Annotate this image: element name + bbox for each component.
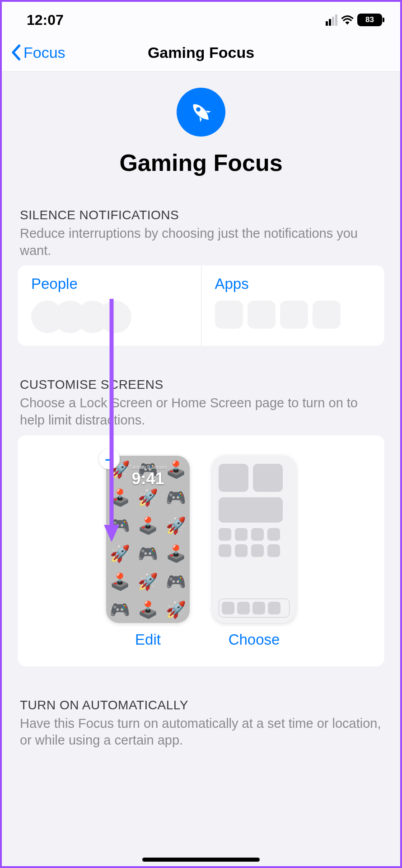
wifi-icon (341, 15, 354, 25)
hero-title: Gaming Focus (18, 149, 384, 176)
app-icon (252, 602, 265, 614)
rocket-emoji-icon: 🚀 (166, 600, 186, 619)
hero: Gaming Focus (18, 72, 384, 208)
lock-screen-column: – Tuesday 9 January 9:41 🚀🎮🕹️ 🕹️🚀🎮 🎮🕹️🚀 … (106, 456, 190, 648)
joystick-emoji-icon: 🕹️ (110, 488, 130, 507)
app-icon (268, 602, 280, 614)
back-button[interactable]: Focus (11, 44, 65, 61)
silence-desc: Reduce interruptions by choosing just th… (20, 225, 382, 259)
app-icon (267, 528, 280, 541)
controller-emoji-icon: 🎮 (110, 600, 130, 619)
chevron-left-icon (11, 44, 21, 61)
app-icon (219, 528, 231, 541)
home-screen-column: Choose (212, 456, 296, 648)
silence-label: SILENCE NOTIFICATIONS (20, 208, 382, 222)
customise-label: CUSTOMISE SCREENS (20, 377, 382, 392)
rocket-emoji-icon: 🚀 (110, 544, 130, 563)
auto-label: TURN ON AUTOMATICALLY (20, 698, 382, 712)
joystick-emoji-icon: 🕹️ (138, 516, 158, 535)
controller-emoji-icon: 🎮 (166, 572, 186, 591)
app-icon (237, 602, 250, 614)
app-icon-grid (219, 528, 290, 557)
app-icon (248, 301, 276, 329)
lock-time: 9:41 (106, 469, 190, 488)
status-bar: 12:07 83 (2, 2, 400, 33)
people-apps-card: People Apps (18, 265, 384, 346)
joystick-emoji-icon: 🕹️ (138, 600, 158, 619)
nav-bar: Focus Gaming Focus (2, 33, 400, 72)
widget-icon (219, 464, 248, 492)
app-icon (215, 301, 243, 329)
controller-emoji-icon: 🎮 (166, 488, 186, 507)
rocket-icon (177, 88, 225, 137)
silence-header: SILENCE NOTIFICATIONS Reduce interruptio… (18, 208, 384, 259)
rocket-emoji-icon: 🚀 (138, 572, 158, 591)
avatar (99, 301, 131, 333)
controller-emoji-icon: 🎮 (110, 516, 130, 535)
apps-title: Apps (215, 275, 371, 292)
app-icon (251, 544, 264, 557)
people-title: People (31, 275, 187, 292)
minus-icon: – (105, 450, 114, 467)
rocket-emoji-icon: 🚀 (166, 516, 186, 535)
choose-button[interactable]: Choose (212, 631, 296, 648)
people-avatars (31, 301, 187, 333)
dock-icon (219, 599, 290, 618)
home-indicator[interactable] (142, 858, 260, 862)
rocket-emoji-icon: 🚀 (138, 488, 158, 507)
joystick-emoji-icon: 🕹️ (110, 572, 130, 591)
customise-header: CUSTOMISE SCREENS Choose a Lock Screen o… (18, 377, 384, 429)
apps-cell[interactable]: Apps (201, 265, 385, 346)
status-icons: 83 (326, 14, 382, 26)
status-time: 12:07 (27, 12, 64, 28)
remove-lock-screen-button[interactable]: – (99, 448, 120, 469)
battery-icon: 83 (357, 14, 382, 26)
app-icon (235, 528, 248, 541)
edit-button[interactable]: Edit (106, 631, 190, 648)
app-icon (267, 544, 280, 557)
app-icon (219, 544, 231, 557)
cellular-signal-icon (326, 14, 337, 26)
app-icon (222, 602, 234, 614)
app-icon (313, 301, 341, 329)
controller-emoji-icon: 🎮 (138, 544, 158, 563)
widget-icon (219, 497, 283, 523)
customise-desc: Choose a Lock Screen or Home Screen page… (20, 395, 382, 429)
app-icon (280, 301, 308, 329)
joystick-emoji-icon: 🕹️ (166, 544, 186, 563)
widget-icon (253, 464, 283, 492)
app-icon (251, 528, 264, 541)
auto-header: TURN ON AUTOMATICALLY Have this Focus tu… (18, 698, 384, 749)
auto-desc: Have this Focus turn on automatically at… (20, 715, 382, 749)
home-screen-preview[interactable] (212, 456, 296, 623)
lock-screen-preview[interactable]: Tuesday 9 January 9:41 🚀🎮🕹️ 🕹️🚀🎮 🎮🕹️🚀 🚀🎮… (106, 456, 190, 623)
screens-card: – Tuesday 9 January 9:41 🚀🎮🕹️ 🕹️🚀🎮 🎮🕹️🚀 … (18, 435, 384, 666)
app-icon (235, 544, 248, 557)
people-cell[interactable]: People (18, 265, 201, 346)
apps-icons (215, 301, 371, 329)
back-label: Focus (23, 44, 65, 61)
battery-level: 83 (365, 15, 374, 24)
